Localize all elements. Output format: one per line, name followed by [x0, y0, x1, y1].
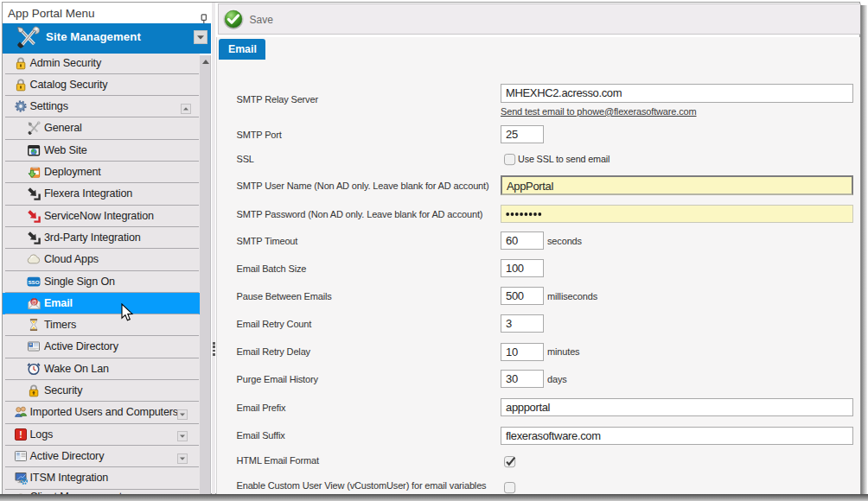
- svg-text:!: !: [19, 429, 22, 440]
- svg-text:@: @: [31, 299, 37, 305]
- svg-text:SSO: SSO: [28, 278, 39, 284]
